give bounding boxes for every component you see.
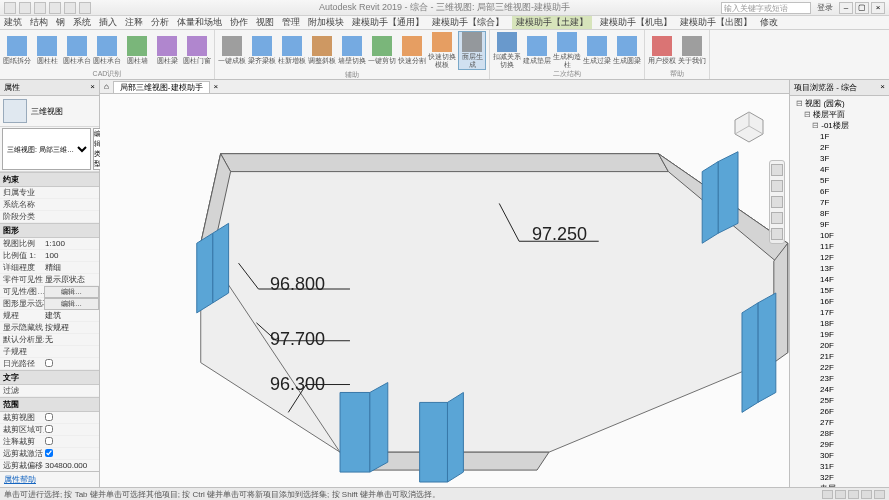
status-filter-icon[interactable] [822, 490, 833, 499]
ribbon-tab[interactable]: 建模助手【综合】 [432, 16, 504, 29]
ribbon-tab[interactable]: 插入 [99, 16, 117, 29]
help-search-input[interactable]: 输入关键字或短语 [721, 2, 811, 14]
property-value[interactable]: 无 [44, 334, 99, 345]
ribbon-tab[interactable]: 修改 [760, 16, 778, 29]
ribbon-button[interactable]: 生成构造柱 [553, 32, 581, 69]
property-value[interactable] [44, 425, 99, 435]
property-value[interactable]: 建筑 [44, 310, 99, 321]
ribbon-button[interactable]: 墙壁切换 [338, 36, 366, 65]
property-row[interactable]: 显示隐藏线按规程 [0, 322, 99, 334]
property-row[interactable]: 裁剪区域可见 [0, 424, 99, 436]
tree-node[interactable]: 20F [792, 340, 887, 351]
view-selector-dropdown[interactable]: 三维视图: 局部三维… [2, 128, 91, 170]
property-value[interactable] [44, 413, 99, 423]
tree-node[interactable]: 5F [792, 175, 887, 186]
ribbon-button[interactable]: 生成过梁 [583, 36, 611, 65]
tree-node[interactable]: 30F [792, 450, 887, 461]
window-close-icon[interactable]: × [871, 2, 885, 14]
dimension-annotation[interactable]: 97.700 [270, 329, 325, 350]
tree-node[interactable]: 29F [792, 439, 887, 450]
ribbon-button[interactable]: 关于我们 [678, 36, 706, 65]
tree-node[interactable]: 视图 (园索) [792, 98, 887, 109]
property-value[interactable]: 编辑… [44, 286, 99, 298]
ribbon-button[interactable]: 圆柱梁 [153, 36, 181, 65]
tree-node[interactable]: 26F [792, 406, 887, 417]
status-select-icon[interactable] [835, 490, 846, 499]
ribbon-button[interactable]: 调整斜板 [308, 36, 336, 65]
ribbon-button[interactable]: 快速切换模板 [428, 32, 456, 69]
tree-node[interactable]: 17F [792, 307, 887, 318]
window-maximize-icon[interactable]: ▢ [855, 2, 869, 14]
property-row[interactable]: 远剪裁偏移304800.000 [0, 460, 99, 471]
property-row[interactable]: 裁剪视图 [0, 412, 99, 424]
property-row[interactable]: 可见性/图…编辑… [0, 286, 99, 298]
property-row[interactable]: 规程建筑 [0, 310, 99, 322]
tree-node[interactable]: 12F [792, 252, 887, 263]
ribbon-button[interactable]: 圆柱门窗 [183, 36, 211, 65]
status-pin-icon[interactable] [874, 490, 885, 499]
property-value[interactable] [44, 359, 99, 369]
dimension-annotation[interactable]: 96.800 [270, 274, 325, 295]
tree-node[interactable]: 10F [792, 230, 887, 241]
property-row[interactable]: 子规程 [0, 346, 99, 358]
tree-node[interactable]: 9F [792, 219, 887, 230]
status-link-icon[interactable] [861, 490, 872, 499]
tree-node[interactable]: 14F [792, 274, 887, 285]
ribbon-button[interactable]: 一键成板 [218, 36, 246, 65]
ribbon-button[interactable]: 圆柱承台 [63, 36, 91, 65]
ribbon-tab[interactable]: 视图 [256, 16, 274, 29]
viewcube[interactable] [731, 108, 767, 144]
tree-node[interactable]: 15F [792, 285, 887, 296]
ribbon-button[interactable]: 建成垫层 [523, 36, 551, 65]
tree-node[interactable]: 31F [792, 461, 887, 472]
qat-print-icon[interactable] [79, 2, 91, 14]
tree-node[interactable]: 21F [792, 351, 887, 362]
property-value[interactable]: 显示原状态 [44, 274, 99, 285]
3d-canvas[interactable]: 97.25096.80097.70096.300 [100, 94, 789, 487]
ribbon-tab[interactable]: 分析 [151, 16, 169, 29]
tree-node[interactable]: 19F [792, 329, 887, 340]
tree-node[interactable]: -01楼层 [792, 120, 887, 131]
nav-orbit-icon[interactable] [771, 212, 783, 224]
login-link[interactable]: 登录 [817, 2, 833, 13]
ribbon-tab[interactable]: 钢 [56, 16, 65, 29]
tree-node[interactable]: 23F [792, 373, 887, 384]
property-checkbox[interactable] [45, 413, 53, 421]
nav-pan-icon[interactable] [771, 180, 783, 192]
tree-node[interactable]: 11F [792, 241, 887, 252]
property-row[interactable]: 远剪裁激活 [0, 448, 99, 460]
tree-node[interactable]: 16F [792, 296, 887, 307]
ribbon-button[interactable]: 梁齐梁板 [248, 36, 276, 65]
property-row[interactable]: 阶段分类 [0, 211, 99, 223]
tree-node[interactable]: 27F [792, 417, 887, 428]
ribbon-button[interactable]: 用户授权 [648, 36, 676, 65]
properties-close-icon[interactable]: × [90, 82, 95, 93]
viewport[interactable]: ⌂ 局部三维视图-建模助手 × [100, 80, 789, 487]
nav-wheel-icon[interactable] [771, 164, 783, 176]
dimension-annotation[interactable]: 96.300 [270, 374, 325, 395]
nav-zoom-icon[interactable] [771, 196, 783, 208]
property-value[interactable] [44, 449, 99, 459]
ribbon-button[interactable]: 图纸拆分 [3, 36, 31, 65]
tree-node[interactable]: 25F [792, 395, 887, 406]
tree-node[interactable]: 1F [792, 131, 887, 142]
ribbon-button[interactable]: 面层生成 [458, 31, 486, 70]
ribbon-button[interactable]: 柱新增板 [278, 36, 306, 65]
ribbon-tab[interactable]: 附加模块 [308, 16, 344, 29]
tree-node[interactable]: 夹层 [792, 483, 887, 487]
property-value[interactable]: 按规程 [44, 322, 99, 333]
view-tab-close-icon[interactable]: × [214, 82, 219, 91]
tree-node[interactable]: 22F [792, 362, 887, 373]
ribbon-tab[interactable]: 结构 [30, 16, 48, 29]
property-row[interactable]: 注释裁剪 [0, 436, 99, 448]
property-row[interactable]: 视图比例1:100 [0, 238, 99, 250]
qat-redo-icon[interactable] [64, 2, 76, 14]
ribbon-tab[interactable]: 建模助手【出图】 [680, 16, 752, 29]
ribbon-button[interactable]: 一键剪切 [368, 36, 396, 65]
ribbon-button[interactable]: 圆柱承台 [93, 36, 121, 65]
tree-node[interactable]: 6F [792, 186, 887, 197]
property-value[interactable]: 编辑… [44, 298, 99, 310]
property-value[interactable] [44, 437, 99, 447]
property-value[interactable]: 1:100 [44, 239, 99, 248]
window-minimize-icon[interactable]: – [839, 2, 853, 14]
